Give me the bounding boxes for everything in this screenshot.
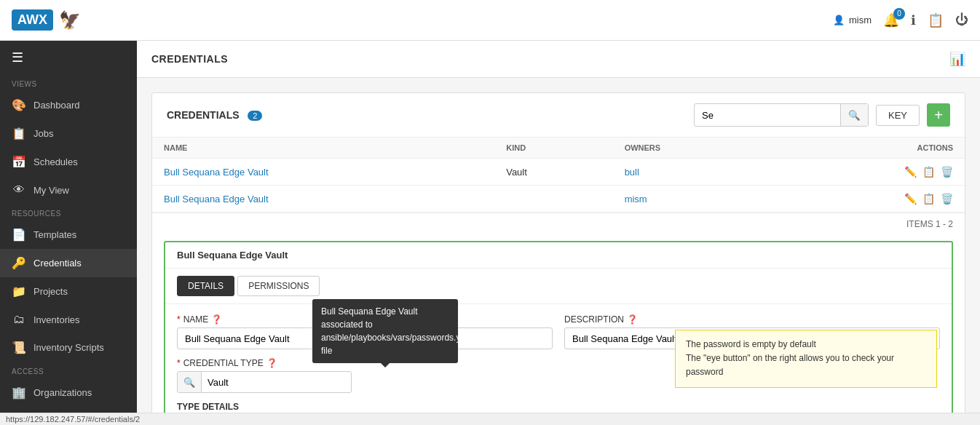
tab-permissions[interactable]: PERMISSIONS <box>237 276 320 296</box>
delete-icon[interactable]: 🗑️ <box>941 166 953 178</box>
url-text: https://129.182.247.57/#/credentials/2 <box>6 415 140 424</box>
sidebar-label-projects: Projects <box>33 286 68 297</box>
name-help-icon[interactable]: ❓ <box>211 314 222 325</box>
key-button[interactable]: KEY <box>876 105 920 126</box>
notification-badge: 0 <box>893 8 905 20</box>
cell-owner-2: mism <box>613 186 772 212</box>
cred-type-help-icon[interactable]: ❓ <box>266 358 277 368</box>
username: mism <box>849 15 872 25</box>
search-button[interactable]: 🔍 <box>840 104 868 126</box>
sidebar-item-templates[interactable]: 📄 Templates <box>0 221 137 249</box>
page-header: CREDENTIALS 📊 <box>137 41 980 78</box>
cred-type-search-icon: 🔍 <box>178 372 202 392</box>
cred-type-input[interactable] <box>202 372 351 392</box>
sidebar-item-jobs[interactable]: 📋 Jobs <box>0 119 137 148</box>
sidebar-label-myview: My View <box>33 185 69 196</box>
cred-type-label-text: CREDENTIAL TYPE <box>183 358 264 368</box>
app-logo[interactable]: AWX <box>12 9 53 31</box>
col-name: NAME <box>152 138 494 159</box>
edit-icon-2[interactable]: ✏️ <box>904 193 917 204</box>
owner-link[interactable]: bull <box>625 167 639 178</box>
type-details-heading: TYPE DETAILS <box>177 402 940 412</box>
cell-kind: Vault <box>494 159 612 186</box>
schedules-icon: 📅 <box>12 155 26 169</box>
cell-actions: ✏️ 📋 🗑️ <box>772 159 965 186</box>
power-icon[interactable]: ⏻ <box>955 12 968 28</box>
navbar-right: 👤 mism 🔔 0 ℹ 📋 ⏻ <box>833 12 968 28</box>
credentials-panel: CREDENTIALS 2 🔍 KEY + <box>151 92 965 413</box>
credential-link-2[interactable]: Bull Sequana Edge Vault <box>164 194 269 204</box>
sidebar-label-jobs: Jobs <box>33 128 53 139</box>
inventories-icon: 🗂 <box>12 313 26 326</box>
sidebar-item-organizations[interactable]: 🏢 Organizations <box>0 378 137 407</box>
detail-panel: Bull Sequana Edge Vault The password is … <box>164 241 953 413</box>
description-help-icon[interactable]: ❓ <box>627 314 638 325</box>
sidebar-label-dashboard: Dashboard <box>33 100 80 111</box>
content-area: CREDENTIALS 2 🔍 KEY + <box>137 78 980 413</box>
count-badge: 2 <box>248 111 262 121</box>
navbar: AWX 🦅 👤 mism 🔔 0 ℹ 📋 ⏻ <box>0 0 980 41</box>
credentials-table: NAME KIND OWNERS ACTIONS Bull Sequana Ed… <box>152 138 965 212</box>
sidebar-item-credentials[interactable]: 🔑 Credentials <box>0 249 137 277</box>
table-wrapper: Bull Sequana Edge Vault associated to an… <box>152 138 965 235</box>
search-input[interactable] <box>695 110 840 121</box>
sidebar-item-projects[interactable]: 📁 Projects <box>0 277 137 306</box>
info-icon[interactable]: ℹ <box>911 12 916 28</box>
user-icon: 👤 <box>833 15 845 25</box>
wing-decoration: 🦅 <box>59 10 81 31</box>
panel-header: CREDENTIALS 2 🔍 KEY + <box>152 93 965 138</box>
sidebar-item-schedules[interactable]: 📅 Schedules <box>0 148 137 176</box>
sidebar-label-inventories: Inventories <box>33 314 80 325</box>
resources-section-label: RESOURCES <box>0 204 137 221</box>
required-star-2: * <box>177 358 181 368</box>
required-star: * <box>177 314 181 325</box>
search-box: 🔍 <box>694 103 869 127</box>
tooltip-popup: Bull Sequana Edge Vault associated to an… <box>312 299 458 363</box>
url-bar: https://129.182.247.57/#/credentials/2 <box>0 413 980 425</box>
dashboard-icon: 🎨 <box>12 98 26 112</box>
inventory-scripts-icon: 📜 <box>12 341 26 354</box>
app-body: ☰ VIEWS 🎨 Dashboard 📋 Jobs 📅 Schedules 👁… <box>0 41 980 413</box>
hamburger-menu[interactable]: ☰ <box>0 41 137 74</box>
sidebar-label-organizations: Organizations <box>33 387 92 398</box>
cell-kind-2 <box>494 186 612 212</box>
table-row: Bull Sequana Edge Vault mism ✏️ 📋 <box>152 186 965 212</box>
tab-details[interactable]: DETAILS <box>177 276 234 296</box>
page-title: CREDENTIALS <box>151 53 228 65</box>
cell-owner: bull <box>613 159 772 186</box>
row-actions: ✏️ 📋 🗑️ <box>783 166 953 178</box>
credentials-icon: 🔑 <box>12 256 26 270</box>
owner-link-2[interactable]: mism <box>625 194 647 204</box>
form-group-cred-type: * CREDENTIAL TYPE ❓ 🔍 <box>177 358 352 393</box>
credential-link[interactable]: Bull Sequana Edge Vault <box>164 167 269 178</box>
description-label: DESCRIPTION ❓ <box>564 314 940 325</box>
row-actions-2: ✏️ 📋 🗑️ <box>783 193 953 204</box>
delete-icon-2[interactable]: 🗑️ <box>941 193 953 204</box>
sidebar-label-schedules: Schedules <box>33 156 78 167</box>
annotation-line2: The "eye button" on the right allows you… <box>686 351 926 379</box>
add-button[interactable]: + <box>927 103 950 127</box>
annotation-box: The password is empty by default The "ey… <box>675 330 937 388</box>
docs-icon[interactable]: 📋 <box>928 12 944 28</box>
col-kind: KIND <box>494 138 612 159</box>
notifications-icon[interactable]: 🔔 0 <box>883 12 899 28</box>
panel-controls: 🔍 KEY + <box>694 103 950 127</box>
detail-panel-header: Bull Sequana Edge Vault <box>165 242 952 269</box>
items-info: ITEMS 1 - 2 <box>152 212 965 235</box>
cred-type-input-group: 🔍 <box>177 371 352 393</box>
sidebar-label-inventory-scripts: Inventory Scripts <box>33 342 104 353</box>
copy-icon[interactable]: 📋 <box>922 166 935 178</box>
sidebar-item-dashboard[interactable]: 🎨 Dashboard <box>0 91 137 119</box>
detail-tabs: DETAILS PERMISSIONS <box>165 269 952 304</box>
sidebar-item-inventory-scripts[interactable]: 📜 Inventory Scripts <box>0 333 137 362</box>
copy-icon-2[interactable]: 📋 <box>922 193 935 204</box>
views-section-label: VIEWS <box>0 74 137 91</box>
cell-name: Bull Sequana Edge Vault <box>152 159 494 186</box>
sidebar-item-myview[interactable]: 👁 My View <box>0 176 137 204</box>
sidebar: ☰ VIEWS 🎨 Dashboard 📋 Jobs 📅 Schedules 👁… <box>0 41 137 413</box>
edit-icon[interactable]: ✏️ <box>904 166 917 178</box>
sidebar-item-inventories[interactable]: 🗂 Inventories <box>0 306 137 333</box>
description-label-text: DESCRIPTION <box>564 314 624 325</box>
user-menu[interactable]: 👤 mism <box>833 15 872 25</box>
sidebar-label-templates: Templates <box>33 229 76 240</box>
